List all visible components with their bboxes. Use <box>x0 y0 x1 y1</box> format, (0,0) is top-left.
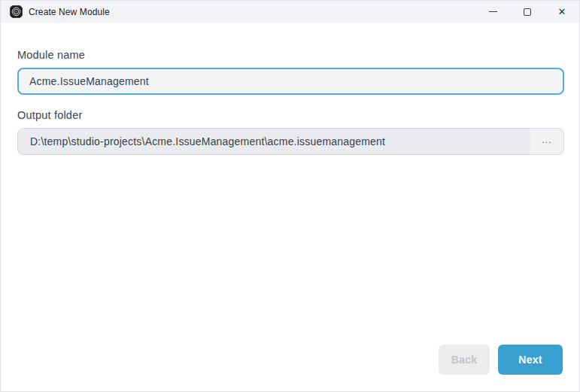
app-logo-icon <box>10 5 23 18</box>
output-folder-input[interactable] <box>18 129 530 154</box>
browse-button[interactable]: ... <box>530 129 563 154</box>
create-new-module-window: Create New Module ✕ Module name Output f… <box>0 0 580 392</box>
module-name-label: Module name <box>17 49 563 61</box>
window-controls: ✕ <box>475 1 579 23</box>
close-icon: ✕ <box>558 7 566 17</box>
titlebar: Create New Module ✕ <box>1 1 579 23</box>
output-folder-field: ... <box>17 128 564 155</box>
window-title: Create New Module <box>29 7 110 17</box>
maximize-button[interactable] <box>510 1 545 23</box>
wizard-actions: Back Next <box>439 345 563 375</box>
minimize-button[interactable] <box>475 1 510 23</box>
maximize-icon <box>524 8 531 16</box>
minimize-icon <box>489 11 497 12</box>
dialog-content: Module name Output folder ... Back Next <box>1 23 579 155</box>
module-name-input[interactable] <box>17 68 564 95</box>
close-button[interactable]: ✕ <box>545 1 579 23</box>
output-folder-label: Output folder <box>17 109 563 121</box>
back-button[interactable]: Back <box>439 345 490 375</box>
next-button[interactable]: Next <box>498 345 563 375</box>
